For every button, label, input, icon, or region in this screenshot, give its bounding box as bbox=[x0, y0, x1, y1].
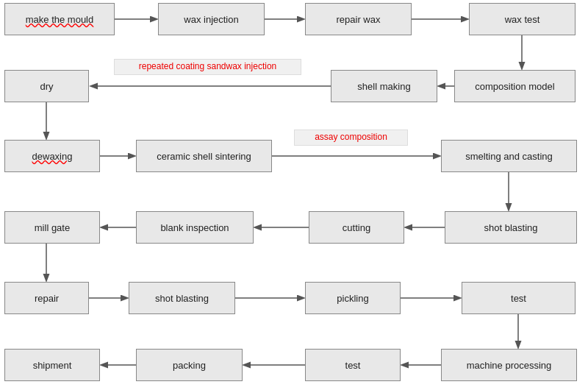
shell-making: shell making bbox=[331, 70, 437, 102]
dewaxing: dewaxing bbox=[4, 140, 100, 172]
repeated-coating: repeated coating sandwax injection bbox=[114, 59, 301, 75]
wax-injection: wax injection bbox=[158, 3, 265, 35]
machine-processing: machine processing bbox=[441, 349, 577, 381]
wax-test: wax test bbox=[469, 3, 576, 35]
assay-composition: assay composition bbox=[294, 130, 408, 146]
pickling: pickling bbox=[305, 282, 401, 314]
packing: packing bbox=[136, 349, 243, 381]
flow-diagram: make the mouldwax injectionrepair waxwax… bbox=[0, 0, 588, 390]
cutting: cutting bbox=[309, 211, 404, 244]
make-mould: make the mould bbox=[4, 3, 115, 35]
composition-model: composition model bbox=[454, 70, 576, 102]
test-1: test bbox=[462, 282, 576, 314]
shot-blasting-1: shot blasting bbox=[445, 211, 577, 244]
smelting: smelting and casting bbox=[441, 140, 577, 172]
dry: dry bbox=[4, 70, 89, 102]
ceramic-shell: ceramic shell sintering bbox=[136, 140, 272, 172]
mill-gate: mill gate bbox=[4, 211, 100, 244]
test-2: test bbox=[305, 349, 401, 381]
shipment: shipment bbox=[4, 349, 100, 381]
blank-inspection: blank inspection bbox=[136, 211, 254, 244]
shot-blasting-2: shot blasting bbox=[129, 282, 235, 314]
repair-wax: repair wax bbox=[305, 3, 412, 35]
repair: repair bbox=[4, 282, 89, 314]
